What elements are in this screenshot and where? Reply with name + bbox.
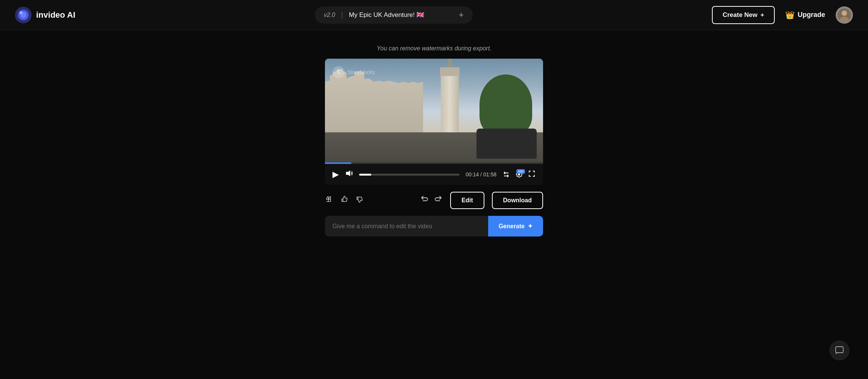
logo-text: invideo AI [36,10,75,20]
logo-area: invideo AI [15,7,75,23]
storyblocks-text: Storyblocks [348,69,375,75]
generate-button[interactable]: Generate ✦ [488,216,543,236]
header: invideo AI v2.0 | My Epic UK Adventure! … [0,0,868,30]
main-content: You can remove watermarks during export. [0,30,868,236]
spark-icon: ✦ [528,223,533,230]
svg-point-5 [842,11,847,16]
fullscreen-icon [528,170,536,177]
chat-icon [835,346,844,355]
car [476,129,537,159]
tree-right [480,74,532,135]
big-ben-top [440,67,460,77]
tab-bar: v2.0 | My Epic UK Adventure! 🇬🇧 + [315,6,473,24]
quality-button[interactable]: 480 [515,171,523,178]
feedback-icons [325,194,365,206]
thumbsdown-button[interactable] [355,194,365,206]
thumbsdown-icon [355,194,365,204]
video-scene: S Storyblocks [325,59,543,164]
thumbsup-button[interactable] [340,194,350,206]
big-ben-spire [446,59,454,67]
progress-played [359,174,371,176]
avatar-image [838,8,851,22]
history-buttons [420,195,443,206]
repeat-icon [502,171,510,178]
video-frame[interactable]: S Storyblocks [325,59,543,164]
logo-icon [15,7,32,23]
generate-label: Generate [499,223,525,230]
video-progress-bar[interactable] [325,162,543,164]
upgrade-button[interactable]: 👑 Upgrade [785,11,825,20]
edit-button[interactable]: Edit [450,192,484,209]
command-row: Generate ✦ [325,216,543,236]
repeat-button[interactable] [502,171,510,178]
watermark-notice: You can remove watermarks during export. [376,45,491,52]
undo-button[interactable] [420,195,429,206]
video-progress-fill [325,162,351,164]
command-input[interactable] [325,216,488,236]
double-thumbsup-icon [325,194,335,204]
progress-track[interactable] [359,174,460,176]
volume-icon [345,169,353,180]
play-button[interactable]: ▶ [332,170,339,179]
thumbsup-icon [340,194,350,204]
storyblocks-logo: S [332,66,344,78]
download-button[interactable]: Download [492,192,543,209]
tab-version: v2.0 [324,12,335,18]
create-new-button[interactable]: Create New + [712,6,775,24]
header-right: Create New + 👑 Upgrade [712,6,853,24]
time-display: 00:14 / 01:58 [466,171,496,177]
volume-button[interactable] [345,169,353,180]
svg-rect-8 [836,347,843,353]
big-ben-base [441,76,459,132]
tab-plus-button[interactable]: + [459,10,464,20]
fullscreen-button[interactable] [528,170,536,179]
quality-badge: 480 [516,169,525,174]
avatar[interactable] [836,6,853,24]
svg-marker-7 [346,170,350,176]
double-thumbsup-button[interactable] [325,194,335,206]
play-icon: ▶ [332,170,339,179]
crown-icon: 👑 [785,11,795,20]
video-container: S Storyblocks ▶ [325,59,543,185]
undo-icon [420,195,429,204]
video-controls: ▶ 00:14 / 01:58 [325,164,543,185]
tab-divider: | [341,11,343,19]
redo-icon [434,195,443,204]
svg-point-3 [20,11,23,14]
chat-bubble-button[interactable] [830,341,849,360]
tab-title: My Epic UK Adventure! 🇬🇧 [349,11,453,19]
storyblocks-watermark: S Storyblocks [332,66,375,78]
ctrl-icons-right: 480 [502,170,536,179]
action-row: Edit Download [325,192,543,209]
redo-button[interactable] [434,195,443,206]
big-ben [439,59,461,132]
